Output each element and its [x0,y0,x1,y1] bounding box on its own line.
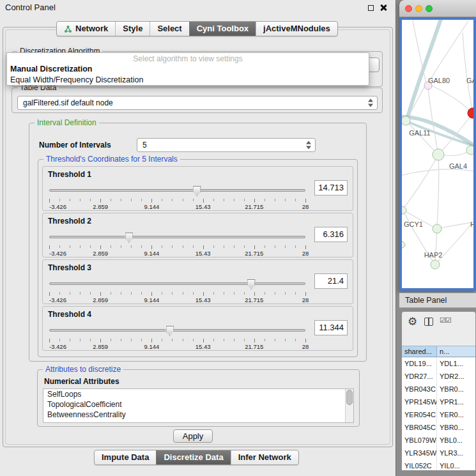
float-window-icon[interactable] [368,5,374,11]
threshold-value-field[interactable]: 21.4 [314,273,348,289]
tick-label: -3.426 [49,343,66,350]
tab-network[interactable]: Network [57,22,115,36]
tick-labels: -3.426 2.859 9.144 15.43 21.715 28 [49,250,305,257]
table-cell: YIL0... [437,460,475,470]
table-panel-window: ⚙ ☑☑ shared... n... YDL19...YDL1...YDR27… [401,311,476,471]
tick-label: 9.144 [144,203,160,210]
threshold-value-field[interactable]: 6.316 [314,227,348,242]
slider-thumb[interactable] [125,233,133,243]
table-cell: YER054C [402,409,437,422]
tab-infer-network[interactable]: Infer Network [231,450,298,464]
network-nodes[interactable] [402,82,473,269]
tick-label: 21.715 [245,250,263,257]
window-title: Control Panel [5,3,56,12]
zoom-traffic-light[interactable] [426,5,433,12]
slider-track[interactable] [49,189,305,192]
scrollbar[interactable] [345,389,353,422]
tab-label: Infer Network [238,452,291,463]
list-item[interactable]: SelfLoops [43,389,353,399]
node[interactable] [433,224,441,233]
close-icon[interactable] [380,4,387,12]
table-row[interactable]: YDL19...YDL1... [402,358,475,371]
table-cell: YDL19... [402,358,437,371]
table-cell: YBR043C [402,383,437,396]
tick-label: 21.715 [245,296,263,303]
minimize-traffic-light[interactable] [415,5,422,12]
table-cell: YPR1... [437,396,475,409]
close-traffic-light[interactable] [405,5,412,12]
list-item[interactable]: TopologicalCoefficient [43,399,353,410]
table-cell: YLR345W [402,447,437,460]
table-data-group: Table Data galFiltered.sif default node [12,88,383,113]
table-row[interactable]: YLR345WYLR3... [402,447,475,460]
tab-impute-data[interactable]: Impute Data [95,450,156,464]
list-item[interactable]: BetweennessCentrality [43,410,353,420]
threshold-panel: Threshold 2 -3.426 2.859 9.144 15.43 [42,213,353,257]
node[interactable] [433,149,444,160]
table-cell: YBR0... [437,383,475,396]
threshold-slider[interactable] [49,186,305,196]
attributes-list: SelfLoops TopologicalCoefficient Between… [43,388,354,423]
node[interactable] [466,146,473,155]
slider-track[interactable] [49,236,305,238]
dropdown-option-equal-width[interactable]: Equal Width/Frequency Discretization [10,75,366,85]
column-header-name[interactable]: n... [437,346,475,357]
table-cell: YDR27... [402,371,437,383]
scrollbar-thumb[interactable] [346,390,353,405]
table-row[interactable]: YDR27...YDR2... [402,371,475,383]
node-label: GCY1 [404,220,423,228]
dropdown-placeholder: Select algorithm to view settings [7,54,369,63]
tab-discretize-data[interactable]: Discretize Data [156,450,230,464]
tab-label: Network [75,24,108,34]
table-cell: YBL0... [437,434,475,447]
threshold-label: Threshold 1 [48,170,91,179]
table-cell: YDR2... [437,371,475,383]
tick-label: 9.144 [144,343,160,350]
node-label: GAL11 [409,129,430,137]
slider-track[interactable] [49,329,305,332]
threshold-slider[interactable] [49,233,305,243]
threshold-value-field[interactable]: 11.344 [314,320,348,335]
node[interactable] [402,206,406,214]
table-row[interactable]: YBR043CYBR0... [402,383,475,396]
table-row[interactable]: YBR045CYBR0... [402,422,475,434]
table-row[interactable]: YER054CYER0... [402,409,475,422]
threshold-slider[interactable] [49,279,305,289]
network-icon [64,25,72,33]
control-panel-window: Control Panel Network Style Select [0,0,396,476]
slider-thumb[interactable] [165,326,174,336]
apply-button[interactable]: Apply [173,429,213,443]
thresholds-group: Threshold's Coordinates for 5 Intervals … [38,159,358,357]
number-of-intervals-combobox[interactable]: 5 [137,138,316,152]
columns-icon[interactable] [424,318,433,326]
node[interactable] [431,260,440,269]
tick-label: 9.144 [144,296,160,303]
slider-track[interactable] [49,282,305,285]
tab-jactivemnodules[interactable]: jActiveMNodules [256,22,337,36]
threshold-slider[interactable] [49,326,305,336]
network-view[interactable]: GAL80 GA GAL11 GAL4 GCY1 H HAP2 [399,17,476,291]
table-row[interactable]: YPR145WYPR1... [402,396,475,409]
table-cell: YPR145W [402,396,437,409]
tab-select[interactable]: Select [150,22,188,36]
tab-style[interactable]: Style [115,22,150,36]
threshold-value-field[interactable]: 14.713 [314,180,348,196]
table-row[interactable]: YBL079WYBL0... [402,434,475,447]
tab-cyni-toolbox[interactable]: Cyni Toolbox [189,22,256,36]
tick-label: 2.859 [93,250,108,257]
tab-label: jActiveMNodules [263,24,330,34]
table-data-combobox[interactable]: galFiltered.sif default node [17,96,378,110]
slider-thumb[interactable] [247,279,256,289]
node-label: H [470,220,473,228]
tick-label: 15.43 [196,250,211,257]
tick-label: 15.43 [196,343,211,350]
gear-icon[interactable]: ⚙ [408,315,417,329]
column-header-shared-name[interactable]: shared... [402,346,437,357]
slider-thumb[interactable] [193,186,201,196]
select-columns-icon[interactable]: ☑☑ [440,316,451,325]
dropdown-option-manual[interactable]: Manual Discretization [10,64,366,74]
table-row[interactable]: YIL052CYIL0... [402,460,475,470]
threshold-label: Threshold 2 [48,217,91,226]
node[interactable] [402,242,405,248]
node[interactable] [402,116,410,125]
